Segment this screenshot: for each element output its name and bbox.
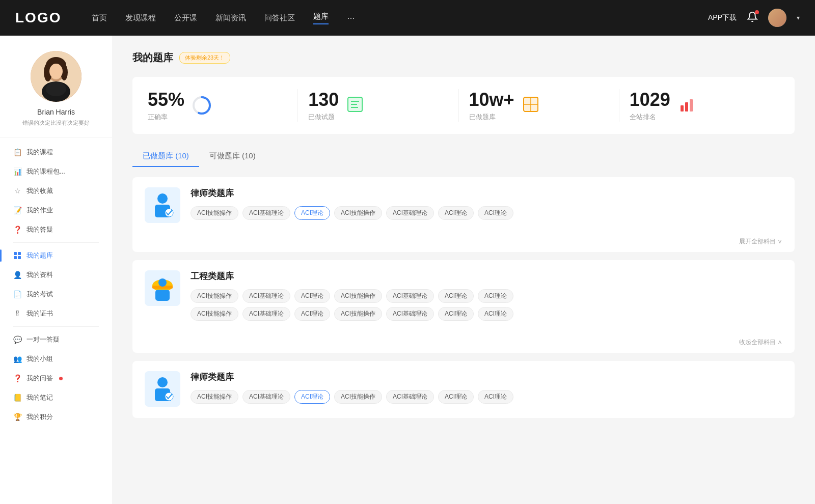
tag-eng1-r1-4[interactable]: ACI基础理论 xyxy=(386,289,434,303)
profile-avatar[interactable] xyxy=(31,51,82,102)
nav-discover[interactable]: 发现课程 xyxy=(125,13,156,23)
sidebar-item-course-packages[interactable]: 📊 我的课程包... xyxy=(5,162,107,181)
tag-lawyer1-6[interactable]: ACI理论 xyxy=(478,206,513,220)
banks-grid-icon xyxy=(522,95,542,116)
sidebar-profile: Brian Harris 错误的决定比没有决定要好 xyxy=(0,51,112,137)
stat-questions: 130 已做试题 xyxy=(298,89,458,122)
courses-icon: 📋 xyxy=(13,148,21,156)
nav-news[interactable]: 新闻资讯 xyxy=(215,13,246,23)
tag-lawyer2-4[interactable]: ACI基础理论 xyxy=(386,390,434,404)
bank-tags-engineer1-row1: ACI技能操作 ACI基础理论 ACI理论 ACI技能操作 ACI基础理论 AC… xyxy=(191,289,782,303)
tag-eng1-r1-0[interactable]: ACI技能操作 xyxy=(191,289,238,303)
svg-point-32 xyxy=(158,278,167,287)
bank-icon-lawyer2 xyxy=(145,371,180,407)
tag-eng1-r2-3[interactable]: ACI技能操作 xyxy=(334,307,382,321)
tag-eng1-r2-5[interactable]: ACI理论 xyxy=(438,307,474,321)
accuracy-pie-icon xyxy=(192,95,212,116)
tag-eng1-r1-6[interactable]: ACI理论 xyxy=(478,289,513,303)
sidebar-item-answers-label: 我的答疑 xyxy=(26,225,53,234)
sidebar-item-points[interactable]: 🏆 我的积分 xyxy=(5,407,107,427)
tab-available[interactable]: 可做题库 (10) xyxy=(199,146,266,167)
bank-name-engineer1: 工程类题库 xyxy=(191,270,782,282)
tag-lawyer1-3[interactable]: ACI技能操作 xyxy=(334,206,382,220)
sidebar-item-notes-label: 我的笔记 xyxy=(26,393,53,402)
stat-banks: 10w+ 已做题库 xyxy=(459,89,619,122)
sidebar-item-favorites-label: 我的收藏 xyxy=(26,186,53,195)
menu-divider-1 xyxy=(13,242,99,243)
tag-eng1-r1-2[interactable]: ACI理论 xyxy=(294,289,330,303)
tag-lawyer1-5[interactable]: ACI理论 xyxy=(438,206,474,220)
stat-questions-value: 130 已做试题 xyxy=(308,89,339,122)
svg-rect-24 xyxy=(681,105,684,111)
tag-lawyer2-0[interactable]: ACI技能操作 xyxy=(191,390,238,404)
collapse-btn-engineer1[interactable]: 收起全部科目 ∧ xyxy=(132,335,795,353)
tag-lawyer2-3[interactable]: ACI技能操作 xyxy=(334,390,382,404)
points-icon: 🏆 xyxy=(13,413,21,421)
sidebar-item-notes[interactable]: 📒 我的笔记 xyxy=(5,388,107,407)
tag-eng1-r1-5[interactable]: ACI理论 xyxy=(438,289,474,303)
nav-home[interactable]: 首页 xyxy=(92,13,107,23)
nav-qa[interactable]: 问答社区 xyxy=(264,13,295,23)
bank-card-lawyer2-content: 律师类题库 ACI技能操作 ACI基础理论 ACI理论 ACI技能操作 ACI基… xyxy=(132,361,795,418)
tag-lawyer2-2[interactable]: ACI理论 xyxy=(294,390,330,404)
notes-icon: 📒 xyxy=(13,394,21,402)
trial-badge: 体验剩余23天！ xyxy=(179,52,230,64)
sidebar-item-favorites[interactable]: ☆ 我的收藏 xyxy=(5,181,107,201)
bank-tags-lawyer1: ACI技能操作 ACI基础理论 ACI理论 ACI技能操作 ACI基础理论 AC… xyxy=(191,206,782,220)
sidebar-item-points-label: 我的积分 xyxy=(26,412,53,422)
tag-lawyer1-0[interactable]: ACI技能操作 xyxy=(191,206,238,220)
bank-card-lawyer2: 律师类题库 ACI技能操作 ACI基础理论 ACI理论 ACI技能操作 ACI基… xyxy=(132,361,795,418)
bank-card-lawyer1-content: 律师类题库 ACI技能操作 ACI基础理论 ACI理论 ACI技能操作 ACI基… xyxy=(132,177,795,234)
nav-questionbank[interactable]: 题库 xyxy=(313,12,329,24)
sidebar-item-tutoring[interactable]: 💬 一对一答疑 xyxy=(5,330,107,349)
bank-info-engineer1: 工程类题库 ACI技能操作 ACI基础理论 ACI理论 ACI技能操作 ACI基… xyxy=(191,270,782,325)
bank-icon-lawyer1 xyxy=(145,187,180,223)
nav-more[interactable]: ··· xyxy=(347,13,355,23)
bank-info-lawyer2: 律师类题库 ACI技能操作 ACI基础理论 ACI理论 ACI技能操作 ACI基… xyxy=(191,371,782,408)
sidebar-item-questionbank[interactable]: 我的题库 xyxy=(5,246,107,265)
svg-rect-26 xyxy=(690,99,693,111)
tag-eng1-r2-2[interactable]: ACI理论 xyxy=(294,307,330,321)
tag-eng1-r1-1[interactable]: ACI基础理论 xyxy=(242,289,290,303)
tag-eng1-r2-1[interactable]: ACI基础理论 xyxy=(242,307,290,321)
tag-lawyer2-5[interactable]: ACI理论 xyxy=(438,390,474,404)
sidebar-item-answers[interactable]: ❓ 我的答疑 xyxy=(5,220,107,239)
logo[interactable]: LOGO xyxy=(15,10,61,26)
sidebar-item-questions-label: 我的问答 xyxy=(26,374,53,383)
nav-mooc[interactable]: 公开课 xyxy=(174,13,197,23)
tag-lawyer2-1[interactable]: ACI基础理论 xyxy=(242,390,290,404)
app-download[interactable]: APP下载 xyxy=(708,13,737,22)
svg-rect-11 xyxy=(14,256,17,259)
sidebar-item-exams[interactable]: 📄 我的考试 xyxy=(5,285,107,304)
sidebar-item-questions[interactable]: ❓ 我的问答 xyxy=(5,369,107,388)
svg-point-6 xyxy=(49,64,63,79)
sidebar: Brian Harris 错误的决定比没有决定要好 📋 我的课程 📊 我的课程包… xyxy=(0,36,112,504)
nav-links: 首页 发现课程 公开课 新闻资讯 问答社区 题库 ··· xyxy=(92,12,708,24)
sidebar-item-courses[interactable]: 📋 我的课程 xyxy=(5,143,107,162)
tag-lawyer1-2[interactable]: ACI理论 xyxy=(294,206,330,220)
sidebar-item-groups[interactable]: 👥 我的小组 xyxy=(5,349,107,369)
sidebar-item-certificates[interactable]: 🎖 我的证书 xyxy=(5,304,107,323)
tag-lawyer1-1[interactable]: ACI基础理论 xyxy=(242,206,290,220)
bank-icon-engineer1 xyxy=(145,270,180,306)
expand-btn-lawyer1[interactable]: 展开全部科目 ∨ xyxy=(132,234,795,252)
bank-card-engineer1-content: 工程类题库 ACI技能操作 ACI基础理论 ACI理论 ACI技能操作 ACI基… xyxy=(132,260,795,335)
tag-eng1-r2-0[interactable]: ACI技能操作 xyxy=(191,307,238,321)
homework-icon: 📝 xyxy=(13,206,21,214)
tag-lawyer1-4[interactable]: ACI基础理论 xyxy=(386,206,434,220)
tag-eng1-r2-6[interactable]: ACI理论 xyxy=(478,307,513,321)
tag-eng1-r1-3[interactable]: ACI技能操作 xyxy=(334,289,382,303)
avatar-chevron-icon[interactable]: ▾ xyxy=(797,14,800,21)
sidebar-item-homework[interactable]: 📝 我的作业 xyxy=(5,201,107,220)
sidebar-item-groups-label: 我的小组 xyxy=(26,354,53,363)
tab-done[interactable]: 已做题库 (10) xyxy=(132,146,199,167)
notification-dot xyxy=(755,10,759,14)
notification-bell[interactable] xyxy=(747,11,758,24)
tag-lawyer2-6[interactable]: ACI理论 xyxy=(478,390,513,404)
avatar[interactable] xyxy=(768,9,786,27)
navbar-right: APP下载 ▾ xyxy=(708,9,800,27)
tag-eng1-r2-4[interactable]: ACI基础理论 xyxy=(386,307,434,321)
svg-rect-33 xyxy=(155,290,170,301)
sidebar-item-profile[interactable]: 👤 我的资料 xyxy=(5,265,107,285)
svg-point-27 xyxy=(157,193,168,204)
